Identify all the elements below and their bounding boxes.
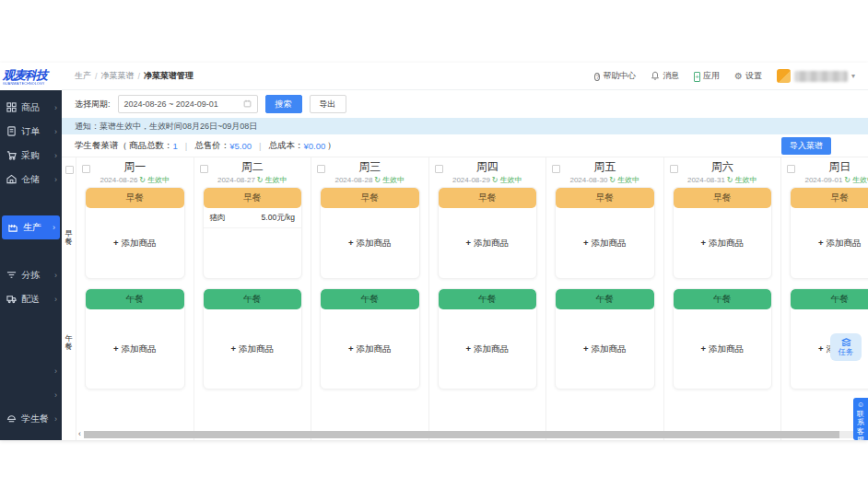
sorting-icon bbox=[6, 270, 17, 282]
sidebar-item-label: 订单 bbox=[21, 125, 40, 138]
breakfast-header[interactable]: 早餐 bbox=[791, 188, 868, 208]
sidebar-item-redacted[interactable]: › bbox=[0, 359, 62, 383]
add-product-button[interactable]: +添加商品 bbox=[465, 343, 509, 355]
add-product-button[interactable]: +添加商品 bbox=[818, 238, 862, 250]
lunch-header[interactable]: 午餐 bbox=[439, 289, 537, 309]
topbar-action-help[interactable]: ?帮助中心 bbox=[594, 70, 636, 82]
chevron-right-icon: › bbox=[54, 175, 57, 184]
day-date: 2024-09-01 bbox=[804, 176, 842, 184]
status-badge: 生效中 bbox=[852, 175, 868, 185]
day-column: 周六 2024-08-31 ↻ 生效中 早餐 +添加商品 午餐 +添加商品 bbox=[663, 157, 781, 440]
date-range-input[interactable]: 2024-08-26 ~ 2024-09-01 bbox=[118, 95, 258, 113]
sidebar-item-redacted[interactable] bbox=[0, 311, 62, 335]
lunch-card: 午餐 +添加商品 bbox=[438, 288, 538, 390]
sidebar-item-production[interactable]: 生产 › bbox=[2, 215, 60, 239]
status-badge: 生效中 bbox=[382, 175, 405, 185]
breakfast-header[interactable]: 早餐 bbox=[204, 188, 302, 208]
add-product-button[interactable]: +添加商品 bbox=[113, 238, 157, 250]
sidebar: 观麦科技 GUANMAITECHNOLOGY 商品 › 订单 › 采购 › 仓储… bbox=[0, 63, 62, 440]
breakfast-header[interactable]: 早餐 bbox=[86, 188, 184, 208]
day-checkbox[interactable] bbox=[435, 165, 443, 173]
breadcrumb-segment[interactable]: 生产 bbox=[75, 70, 91, 82]
sidebar-item-redacted[interactable] bbox=[0, 192, 62, 215]
day-subtitle: 2024-09-01 ↻ 生效中 bbox=[790, 175, 868, 185]
select-all-checkbox[interactable] bbox=[65, 166, 74, 174]
day-date: 2024-08-27 bbox=[217, 176, 255, 184]
customer-service-tab[interactable]: ☺ 联系客服 bbox=[853, 398, 868, 440]
chevron-right-icon: › bbox=[54, 127, 57, 136]
sidebar-item-warehouse[interactable]: 仓储 › bbox=[0, 168, 62, 192]
day-columns: 周一 2024-08-26 ↻ 生效中 早餐 +添加商品 午餐 +添加商品 周二… bbox=[76, 157, 868, 440]
plus-icon: + bbox=[700, 238, 706, 248]
sidebar-item-redacted[interactable] bbox=[0, 239, 62, 263]
add-product-button[interactable]: +添加商品 bbox=[583, 343, 627, 355]
task-float-button[interactable]: 任务 bbox=[830, 333, 862, 361]
bell-icon bbox=[651, 71, 660, 82]
day-subtitle: 2024-08-29 ↻ 生效中 bbox=[438, 175, 538, 185]
add-product-button[interactable]: +添加商品 bbox=[348, 238, 392, 250]
lunch-header[interactable]: 午餐 bbox=[674, 289, 772, 309]
sidebar-item-purchase[interactable]: 采购 › bbox=[0, 144, 62, 168]
sidebar-item-goods[interactable]: 商品 › bbox=[0, 96, 62, 120]
breadcrumb-segment[interactable]: 净菜菜谱 bbox=[101, 70, 135, 82]
add-product-button[interactable]: +添加商品 bbox=[700, 238, 744, 250]
count-value: 1 bbox=[173, 141, 178, 151]
sidebar-item-redacted[interactable] bbox=[0, 335, 62, 359]
breakfast-header[interactable]: 早餐 bbox=[674, 188, 772, 208]
add-product-button[interactable]: +添加商品 bbox=[348, 343, 392, 355]
sidebar-item-delivery[interactable]: 配送 › bbox=[0, 287, 62, 311]
paren: （ bbox=[119, 140, 128, 152]
user-menu[interactable]: ▾ bbox=[777, 69, 855, 83]
product-row[interactable]: 猪肉5.00元/kg bbox=[204, 208, 302, 228]
search-button[interactable]: 搜索 bbox=[265, 95, 302, 113]
lunch-header[interactable]: 午餐 bbox=[791, 289, 868, 309]
breakfast-body: +添加商品 bbox=[674, 208, 772, 278]
day-checkbox[interactable] bbox=[787, 165, 795, 173]
horizontal-scrollbar[interactable]: ‹ › bbox=[76, 430, 863, 438]
lunch-header[interactable]: 午餐 bbox=[556, 289, 654, 309]
service-label-char: 系 bbox=[857, 418, 864, 426]
chevron-right-icon: › bbox=[54, 295, 57, 304]
day-header: 周三 2024-08-28 ↻ 生效中 bbox=[320, 157, 420, 187]
add-product-button[interactable]: +添加商品 bbox=[465, 238, 509, 250]
lunch-header[interactable]: 午餐 bbox=[86, 289, 184, 309]
breakfast-header[interactable]: 早餐 bbox=[439, 188, 537, 208]
scrollbar-track[interactable] bbox=[84, 431, 855, 438]
add-product-button[interactable]: +添加商品 bbox=[583, 238, 627, 250]
plus-icon: + bbox=[230, 343, 236, 354]
topbar-action-apps[interactable]: +应用 bbox=[694, 70, 720, 82]
day-checkbox[interactable] bbox=[670, 165, 678, 173]
day-checkbox[interactable] bbox=[552, 165, 560, 173]
lunch-header[interactable]: 午餐 bbox=[321, 289, 419, 309]
topbar-action-bell[interactable]: 消息 bbox=[651, 70, 679, 82]
day-checkbox[interactable] bbox=[317, 165, 325, 173]
lunch-body: +添加商品 bbox=[321, 309, 419, 389]
lunch-card: 午餐 +添加商品 bbox=[320, 288, 420, 390]
chevron-down-icon: ▾ bbox=[851, 72, 855, 80]
sidebar-item-redacted[interactable]: › bbox=[0, 383, 62, 407]
sidebar-item-orders[interactable]: 订单 › bbox=[0, 120, 62, 144]
add-product-button[interactable]: +添加商品 bbox=[700, 343, 744, 355]
lunch-header[interactable]: 午餐 bbox=[204, 289, 302, 309]
breakfast-body: +添加商品 bbox=[321, 208, 419, 278]
export-button[interactable]: 导出 bbox=[310, 95, 346, 113]
breakfast-header[interactable]: 早餐 bbox=[556, 188, 654, 208]
add-product-button[interactable]: +添加商品 bbox=[230, 343, 274, 355]
breakfast-card: 早餐 +添加商品 bbox=[555, 187, 655, 279]
day-date: 2024-08-31 bbox=[687, 176, 725, 184]
breakfast-header[interactable]: 早餐 bbox=[321, 188, 419, 208]
scroll-left-arrow[interactable]: ‹ bbox=[76, 430, 84, 438]
day-checkbox[interactable] bbox=[200, 165, 208, 173]
sidebar-item-student-meal[interactable]: 学生餐 › bbox=[0, 407, 62, 431]
day-checkbox[interactable] bbox=[82, 165, 90, 173]
add-product-button[interactable]: +添加商品 bbox=[113, 343, 157, 355]
filter-bar: 选择周期: 2024-08-26 ~ 2024-09-01 搜索 导出 bbox=[62, 90, 868, 118]
import-menu-button[interactable]: 导入菜谱 bbox=[781, 137, 831, 155]
scrollbar-thumb[interactable] bbox=[84, 431, 839, 438]
lunch-card: 午餐 +添加商品 bbox=[203, 288, 303, 390]
day-title: 周五 bbox=[555, 159, 655, 175]
sidebar-item-sorting[interactable]: 分拣 › bbox=[0, 263, 62, 287]
plus-icon: + bbox=[113, 343, 119, 354]
breakfast-card: 早餐 +添加商品 bbox=[85, 187, 185, 279]
topbar-action-gear[interactable]: ⚙设置 bbox=[734, 70, 762, 82]
